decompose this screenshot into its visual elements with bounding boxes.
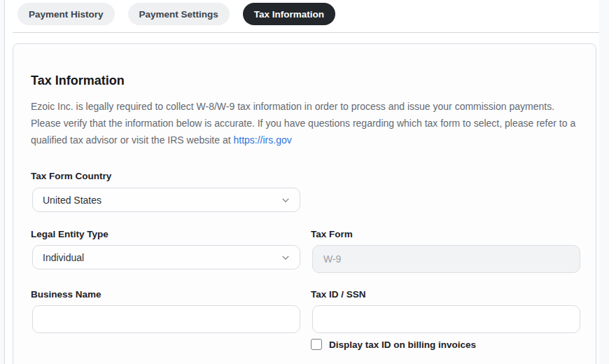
legal-entity-type-label: Legal Entity Type [31,229,108,239]
page-title: Tax Information [31,74,125,88]
tab-bar: Payment History Payment Settings Tax Inf… [18,3,335,25]
legal-entity-type-select[interactable]: Individual [32,245,300,270]
tab-bar-divider [13,32,599,33]
display-tax-id-checkbox[interactable] [311,339,322,350]
tax-id-ssn-input[interactable] [312,305,580,333]
legal-entity-type-value: Individual [43,252,84,263]
display-tax-id-row: Display tax ID on billing invoices [311,339,476,350]
tab-payment-settings[interactable]: Payment Settings [128,3,230,25]
display-tax-id-checkbox-label: Display tax ID on billing invoices [329,340,476,350]
chevron-down-icon [281,195,290,205]
tax-form-country-label: Tax Form Country [31,171,111,181]
tab-payment-history[interactable]: Payment History [18,3,115,25]
tax-id-ssn-label: Tax ID / SSN [311,289,366,300]
tax-info-description-text: Ezoic Inc. is legally required to collec… [31,101,575,146]
business-name-label: Business Name [31,289,102,300]
irs-website-link[interactable]: https://irs.gov [233,134,291,146]
tax-form-country-select[interactable]: United States [32,188,300,212]
tax-info-description: Ezoic Inc. is legally required to collec… [31,98,585,148]
tab-tax-information[interactable]: Tax Information [243,3,335,25]
tax-form-label: Tax Form [311,229,353,239]
chevron-down-icon [281,253,290,262]
business-name-input[interactable] [32,305,300,333]
tax-form-input [312,245,580,273]
tax-form-country-value: United States [43,195,102,206]
